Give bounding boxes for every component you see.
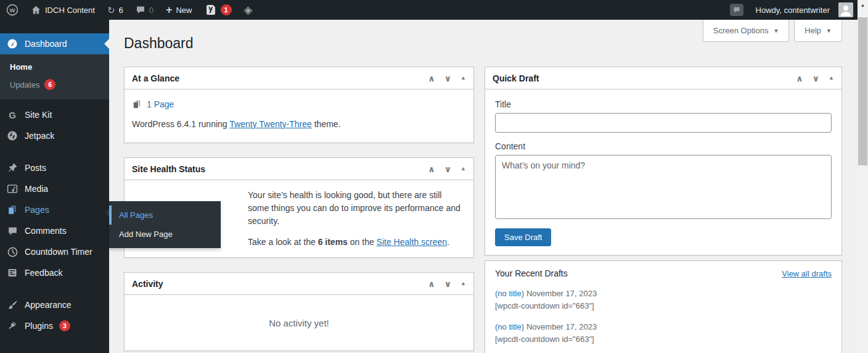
move-down-icon[interactable]: ∨ (444, 74, 451, 83)
screen-meta-tabs: Screen Options ▼ Help ▼ (703, 20, 842, 42)
move-down-icon[interactable]: ∨ (444, 165, 451, 173)
sidebar-item-label: Appearance (25, 300, 72, 310)
toggle-panel-icon[interactable]: ▲ (461, 166, 466, 172)
move-up-icon[interactable]: ∧ (428, 280, 435, 288)
view-all-drafts-link[interactable]: View all drafts (782, 269, 832, 278)
feedback-bubble-icon (730, 4, 743, 16)
dashboard-content: Screen Options ▼ Help ▼ Dashboard At a G… (109, 20, 858, 353)
draft-excerpt: [wpcdt-countdown id="663"] (495, 301, 832, 312)
site-name-link[interactable]: IDCH Content (25, 0, 101, 20)
sidebar-item-site-kit[interactable]: G Site Kit (0, 104, 109, 125)
sidebar-item-media[interactable]: Media (0, 178, 109, 199)
draft-title-link[interactable]: (no title) (495, 322, 524, 331)
panel-title: Activity (132, 279, 163, 289)
activity-panel: Activity ∧ ∨ ▲ No activity yet! (124, 272, 474, 351)
move-up-icon[interactable]: ∧ (796, 74, 803, 83)
quick-draft-content-textarea[interactable] (495, 155, 832, 219)
draft-title-link[interactable]: (no title) (495, 289, 524, 298)
chevron-down-icon: ▼ (826, 28, 832, 34)
feedback-toolbar-button[interactable] (724, 0, 750, 20)
site-health-screen-link[interactable]: Site Health screen (377, 237, 447, 247)
quick-draft-title-label: Title (495, 99, 832, 109)
wordpress-admin-dashboard: { "colors": { "accent_blue": "#2271b1", … (0, 0, 868, 353)
sidebar-item-label: Jetpack (25, 131, 54, 141)
sidebar-item-label: Countdown Timer (25, 247, 92, 257)
yoast-seo-menu[interactable]: 1 (199, 0, 238, 20)
move-up-icon[interactable]: ∧ (428, 74, 435, 83)
toggle-panel-icon[interactable]: ▲ (461, 281, 466, 286)
no-activity-message: No activity yet! (269, 318, 329, 328)
sidebar-item-plugins[interactable]: Plugins 3 (0, 315, 109, 336)
wordpress-logo-menu[interactable]: W (0, 0, 25, 20)
plugin-icon (6, 320, 18, 332)
avatar (838, 2, 853, 17)
sidebar-item-label: Media (25, 184, 48, 194)
sidebar-item-dashboard[interactable]: Dashboard (0, 33, 109, 54)
site-health-text: Your site’s health is looking good, but … (248, 189, 465, 249)
page-count-link[interactable]: 1 Page (147, 99, 174, 109)
at-a-glance-panel: At a Glance ∧ ∨ ▲ 1 Page W (124, 67, 474, 143)
howdy-account-menu[interactable]: Howdy, contentwriter (750, 0, 853, 20)
draft-date: November 17, 2023 (526, 322, 597, 331)
help-button[interactable]: Help ▼ (794, 20, 842, 42)
theme-link[interactable]: Twenty Twenty-Three (229, 119, 312, 129)
vertical-scrollbar[interactable]: ▲ (858, 0, 868, 353)
howdy-label: Howdy, contentwriter (756, 6, 830, 15)
plus-icon: + (166, 4, 173, 15)
diamond-icon: ◈ (244, 4, 253, 15)
sidebar-item-jetpack[interactable]: Jetpack (0, 125, 109, 146)
sidebar-item-pages[interactable]: Pages (0, 199, 109, 220)
screen-options-button[interactable]: Screen Options ▼ (703, 20, 790, 42)
flyout-item-add-new-page[interactable]: Add New Page (109, 225, 221, 244)
plugin-diamond-menu[interactable]: ◈ (238, 0, 259, 20)
draft-list-item: (no title)November 17, 2023 [wpcdt-count… (495, 288, 832, 312)
sidebar-item-appearance[interactable]: Appearance (0, 294, 109, 315)
move-up-icon[interactable]: ∧ (428, 165, 435, 173)
seo-notification-badge: 1 (221, 4, 232, 15)
panel-title: Quick Draft (493, 73, 539, 83)
dashboard-submenu: Home Updates 6 (0, 54, 109, 99)
yoast-seo-icon (205, 4, 217, 16)
sidebar-item-posts[interactable]: Posts (0, 157, 109, 178)
draft-list-item: (no title)November 17, 2023 [wpcdt-count… (495, 322, 832, 345)
sidebar-item-label: Dashboard (25, 39, 67, 49)
item-count: 6 items (318, 237, 348, 247)
media-icon (6, 183, 18, 195)
admin-sidebar: Dashboard Home Updates 6 G Site Kit Jetp… (0, 20, 109, 353)
comments-menu[interactable]: 0 (129, 0, 160, 20)
admin-bar: W IDCH Content ↻ 6 0 + New 1 (0, 0, 868, 20)
plugins-badge: 3 (59, 320, 70, 331)
toggle-panel-icon[interactable]: ▲ (461, 75, 466, 81)
page-count-icon (132, 99, 142, 109)
sidebar-subitem-updates[interactable]: Updates 6 (0, 75, 109, 94)
recent-drafts-panel: Your Recent Drafts View all drafts (no t… (485, 260, 842, 353)
feedback-form-icon (6, 267, 18, 279)
updates-menu[interactable]: ↻ 6 (101, 0, 129, 20)
new-content-menu[interactable]: + New (160, 0, 199, 20)
new-label: New (176, 6, 192, 15)
svg-text:W: W (10, 7, 15, 14)
home-icon (31, 5, 41, 15)
sidebar-subitem-home[interactable]: Home (0, 59, 109, 75)
quick-draft-title-input[interactable] (495, 113, 832, 133)
flyout-item-all-pages[interactable]: All Pages (109, 206, 221, 225)
pages-icon (6, 204, 18, 216)
sidebar-item-label: Site Kit (25, 110, 52, 120)
panel-title: At a Glance (132, 73, 179, 83)
quick-draft-panel: Quick Draft ∧ ∨ ▲ Title Content Save Dra… (485, 67, 842, 255)
pushpin-icon (6, 162, 18, 174)
recent-drafts-title: Your Recent Drafts (495, 268, 568, 278)
sidebar-item-label: Plugins (25, 321, 53, 331)
scrollbar-thumb[interactable] (858, 17, 867, 165)
move-down-icon[interactable]: ∨ (444, 280, 451, 288)
move-down-icon[interactable]: ∨ (813, 74, 819, 83)
save-draft-button[interactable]: Save Draft (495, 228, 551, 246)
scroll-up-arrow-icon[interactable]: ▲ (858, 0, 868, 10)
sidebar-item-label: Comments (25, 226, 67, 236)
wordpress-version-text: WordPress 6.4.1 running Twenty Twenty-Th… (132, 119, 466, 129)
sidebar-item-countdown-timer[interactable]: Countdown Timer (0, 241, 109, 262)
draft-excerpt: [wpcdt-countdown id="663"] (495, 334, 832, 345)
sidebar-item-comments[interactable]: Comments (0, 220, 109, 241)
toggle-panel-icon[interactable]: ▲ (829, 75, 834, 81)
sidebar-item-feedback[interactable]: Feedback (0, 262, 109, 283)
